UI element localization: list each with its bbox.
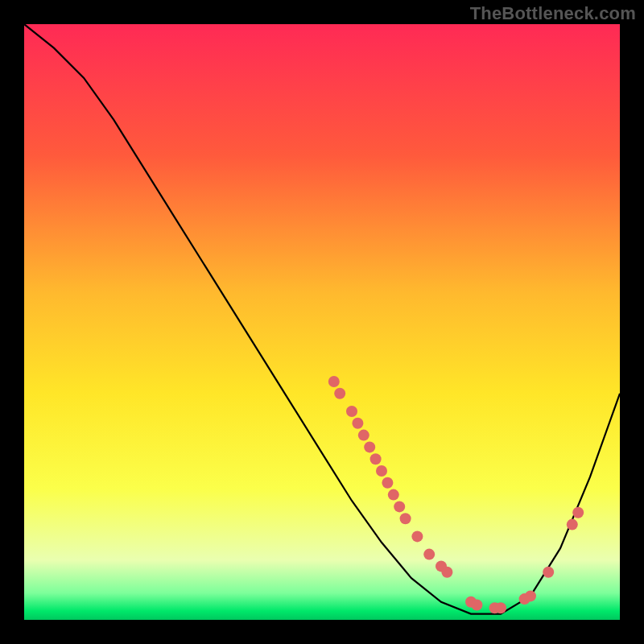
data-point-marker [358,430,369,441]
data-point-marker [471,600,482,611]
data-point-marker [423,549,435,560]
data-point-marker [364,441,375,452]
gradient-background [24,24,620,620]
data-point-marker [388,489,399,501]
data-point-marker [328,376,340,387]
data-point-marker [394,501,405,512]
data-point-marker [543,567,554,578]
data-point-marker [334,388,345,399]
bottleneck-chart: TheBottleneck.com [0,0,644,644]
data-point-marker [370,453,382,464]
watermark-text: TheBottleneck.com [470,3,636,24]
data-point-marker [376,465,387,477]
data-point-marker [495,602,506,613]
data-point-marker [400,513,411,524]
data-point-marker [525,590,536,601]
data-point-marker [567,519,578,530]
chart-svg [24,24,620,620]
data-point-marker [346,406,357,417]
data-point-marker [441,567,452,578]
data-point-marker [411,530,423,542]
data-point-marker [572,507,584,518]
data-point-marker [352,418,363,429]
data-point-marker [382,477,393,489]
